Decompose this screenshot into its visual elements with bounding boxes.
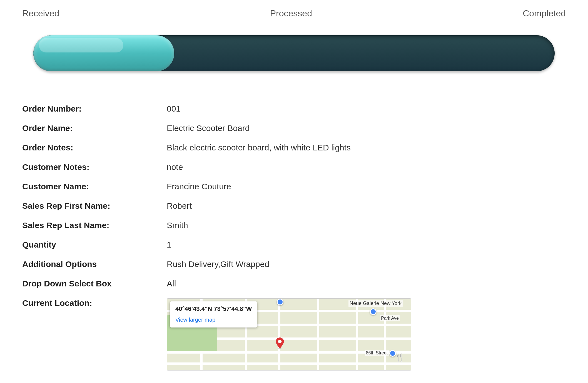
customer-notes-value: note bbox=[167, 162, 183, 172]
map-label-86th: 86th Street bbox=[365, 350, 389, 356]
sales-rep-first-label: Sales Rep First Name: bbox=[22, 201, 167, 211]
customer-name-row: Customer Name: Francine Couture bbox=[22, 177, 566, 196]
sales-rep-first-row: Sales Rep First Name: Robert bbox=[22, 196, 566, 216]
order-name-row: Order Name: Electric Scooter Board bbox=[22, 119, 566, 138]
customer-name-label: Customer Name: bbox=[22, 182, 167, 191]
order-number-label: Order Number: bbox=[22, 104, 167, 114]
map-label-park: Park Ave bbox=[380, 315, 400, 321]
map-marker-blue-right bbox=[370, 308, 377, 315]
map-pin-red bbox=[275, 337, 284, 349]
additional-options-value: Rush Delivery,Gift Wrapped bbox=[167, 259, 269, 269]
sales-rep-last-label: Sales Rep Last Name: bbox=[22, 221, 167, 230]
additional-options-label: Additional Options bbox=[22, 259, 167, 269]
map-marker-blue-left bbox=[277, 299, 283, 305]
location-label: Current Location: bbox=[22, 298, 167, 308]
sales-rep-last-value: Smith bbox=[167, 221, 188, 230]
map-popup: 40°46'43.4"N 73°57'44.8"W View larger ma… bbox=[170, 301, 257, 327]
customer-notes-row: Customer Notes: note bbox=[22, 157, 566, 177]
dropdown-row: Drop Down Select Box All bbox=[22, 274, 566, 293]
map-marker-yellow: 🍴 bbox=[395, 353, 405, 362]
order-number-value: 001 bbox=[167, 104, 181, 114]
order-name-label: Order Name: bbox=[22, 124, 167, 133]
location-row: Current Location: Neue Galeri bbox=[22, 293, 566, 376]
order-details: Order Number: 001 Order Name: Electric S… bbox=[0, 94, 588, 381]
customer-notes-label: Customer Notes: bbox=[22, 162, 167, 172]
status-received: Received bbox=[22, 8, 59, 19]
order-name-value: Electric Scooter Board bbox=[167, 124, 250, 133]
quantity-row: Quantity 1 bbox=[22, 235, 566, 255]
map-popup-coords: 40°46'43.4"N 73°57'44.8"W bbox=[175, 305, 252, 313]
map-popup-link[interactable]: View larger map bbox=[175, 317, 215, 323]
status-completed: Completed bbox=[523, 8, 566, 19]
order-notes-label: Order Notes: bbox=[22, 143, 167, 152]
status-bar: Received Processed Completed bbox=[0, 0, 588, 19]
dropdown-label: Drop Down Select Box bbox=[22, 279, 167, 288]
progress-container bbox=[0, 19, 588, 94]
order-notes-row: Order Notes: Black electric scooter boar… bbox=[22, 138, 566, 157]
quantity-label: Quantity bbox=[22, 240, 167, 250]
progress-bar-outer bbox=[33, 35, 555, 71]
svg-point-1 bbox=[278, 340, 282, 343]
sales-rep-last-row: Sales Rep Last Name: Smith bbox=[22, 216, 566, 235]
status-processed: Processed bbox=[270, 8, 312, 19]
order-notes-value: Black electric scooter board, with white… bbox=[167, 143, 351, 152]
map-label-galerie: Neue Galerie New York bbox=[348, 300, 403, 307]
sales-rep-first-value: Robert bbox=[167, 201, 192, 211]
additional-options-row: Additional Options Rush Delivery,Gift Wr… bbox=[22, 255, 566, 274]
order-number-row: Order Number: 001 bbox=[22, 99, 566, 119]
progress-bar-fill bbox=[33, 35, 174, 71]
customer-name-value: Francine Couture bbox=[167, 182, 231, 191]
dropdown-value: All bbox=[167, 279, 176, 288]
quantity-value: 1 bbox=[167, 240, 171, 250]
map-container: Neue Galerie New York 86th Street Park A… bbox=[167, 298, 411, 371]
